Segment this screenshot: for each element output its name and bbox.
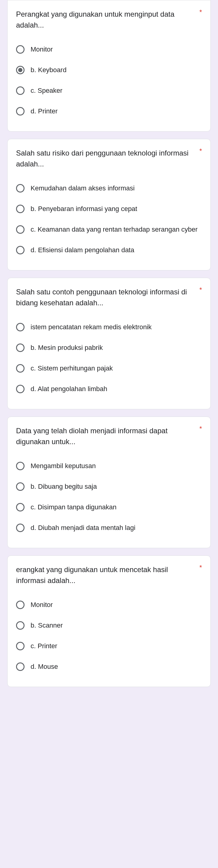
question-header: Salah satu contoh penggunaan teknologi i… [16, 286, 202, 308]
required-asterisk: * [199, 9, 202, 16]
radio-option[interactable]: b. Penyebaran informasi yang cepat [16, 202, 202, 216]
radio-option[interactable]: b. Keyboard [16, 63, 202, 77]
option-label: b. Mesin produksi pabrik [31, 343, 103, 352]
option-label: Kemudahan dalam akses informasi [31, 183, 135, 193]
radio-option[interactable]: c. Keamanan data yang rentan terhadap se… [16, 222, 202, 237]
radio-icon [16, 246, 25, 254]
radio-option[interactable]: Monitor [16, 597, 202, 612]
radio-icon [16, 662, 25, 671]
radio-icon [16, 621, 25, 630]
form-page: Perangkat yang digunakan untuk menginput… [0, 0, 218, 699]
options-group: Monitor b. Keyboard c. Speaker d. Printe… [16, 39, 202, 122]
option-label: istem pencatatan rekam medis elektronik [31, 322, 152, 332]
radio-icon [16, 205, 25, 213]
option-label: Monitor [31, 44, 53, 54]
radio-icon [16, 323, 25, 331]
option-label: b. Dibuang begitu saja [31, 482, 97, 492]
option-label: d. Mouse [31, 662, 58, 672]
radio-icon [16, 343, 25, 352]
option-label: c. Printer [31, 641, 57, 651]
radio-icon [16, 385, 25, 393]
required-asterisk: * [199, 148, 202, 154]
radio-option[interactable]: c. Speaker [16, 83, 202, 98]
radio-icon [16, 86, 25, 95]
question-header: Perangkat yang digunakan untuk menginput… [16, 9, 202, 31]
radio-option[interactable]: istem pencatatan rekam medis elektronik [16, 320, 202, 334]
radio-icon [16, 66, 25, 74]
radio-icon [16, 462, 25, 470]
question-card: erangkat yang digunakan untuk mencetak h… [7, 555, 211, 687]
radio-option[interactable]: b. Mesin produksi pabrik [16, 340, 202, 355]
radio-option[interactable]: d. Efisiensi dalam pengolahan data [16, 243, 202, 257]
radio-option[interactable]: Kemudahan dalam akses informasi [16, 181, 202, 195]
question-text: Salah satu contoh penggunaan teknologi i… [16, 286, 198, 308]
options-group: Monitor b. Scanner c. Printer d. Mouse [16, 594, 202, 677]
radio-option[interactable]: d. Alat pengolahan limbah [16, 382, 202, 396]
question-card: Salah satu contoh penggunaan teknologi i… [7, 278, 211, 409]
required-asterisk: * [199, 286, 202, 293]
question-card: Perangkat yang digunakan untuk menginput… [7, 0, 211, 131]
radio-icon [16, 107, 25, 116]
radio-icon [16, 364, 25, 373]
options-group: Mengambil keputusan b. Dibuang begitu sa… [16, 456, 202, 538]
question-header: Data yang telah diolah menjadi informasi… [16, 425, 202, 447]
radio-option[interactable]: b. Scanner [16, 618, 202, 633]
radio-option[interactable]: Mengambil keputusan [16, 459, 202, 473]
radio-icon [16, 503, 25, 512]
option-label: d. Alat pengolahan limbah [31, 384, 107, 394]
option-label: b. Keyboard [31, 65, 67, 75]
question-text: Salah satu risiko dari penggunaan teknol… [16, 148, 198, 169]
question-text: erangkat yang digunakan untuk mencetak h… [16, 564, 198, 586]
question-header: erangkat yang digunakan untuk mencetak h… [16, 564, 202, 586]
options-group: Kemudahan dalam akses informasi b. Penye… [16, 178, 202, 260]
options-group: istem pencatatan rekam medis elektronik … [16, 317, 202, 399]
radio-option[interactable]: Monitor [16, 42, 202, 57]
option-label: b. Scanner [31, 621, 63, 630]
question-header: Salah satu risiko dari penggunaan teknol… [16, 148, 202, 169]
radio-icon [16, 600, 25, 609]
radio-icon [16, 524, 25, 532]
radio-option[interactable]: c. Sistem perhitungan pajak [16, 361, 202, 376]
option-label: c. Disimpan tanpa digunakan [31, 502, 116, 512]
radio-icon [16, 184, 25, 192]
option-label: c. Sistem perhitungan pajak [31, 364, 113, 373]
radio-option[interactable]: d. Printer [16, 104, 202, 119]
radio-option[interactable]: d. Diubah menjadi data mentah lagi [16, 521, 202, 535]
radio-option[interactable]: c. Disimpan tanpa digunakan [16, 500, 202, 515]
radio-icon [16, 642, 25, 650]
option-label: Monitor [31, 600, 53, 610]
option-label: c. Keamanan data yang rentan terhadap se… [31, 225, 198, 235]
question-card: Salah satu risiko dari penggunaan teknol… [7, 139, 211, 271]
option-label: b. Penyebaran informasi yang cepat [31, 204, 137, 214]
question-text: Perangkat yang digunakan untuk menginput… [16, 9, 198, 31]
radio-option[interactable]: b. Dibuang begitu saja [16, 479, 202, 494]
question-card: Data yang telah diolah menjadi informasi… [7, 416, 211, 548]
option-label: Mengambil keputusan [31, 461, 96, 471]
radio-icon [16, 225, 25, 234]
option-label: d. Diubah menjadi data mentah lagi [31, 523, 135, 533]
required-asterisk: * [199, 425, 202, 432]
option-label: c. Speaker [31, 86, 62, 95]
radio-option[interactable]: d. Mouse [16, 659, 202, 674]
radio-option[interactable]: c. Printer [16, 639, 202, 653]
option-label: d. Efisiensi dalam pengolahan data [31, 245, 134, 255]
radio-icon [16, 45, 25, 54]
radio-icon [16, 483, 25, 491]
option-label: d. Printer [31, 106, 58, 116]
question-text: Data yang telah diolah menjadi informasi… [16, 425, 198, 447]
required-asterisk: * [199, 564, 202, 571]
